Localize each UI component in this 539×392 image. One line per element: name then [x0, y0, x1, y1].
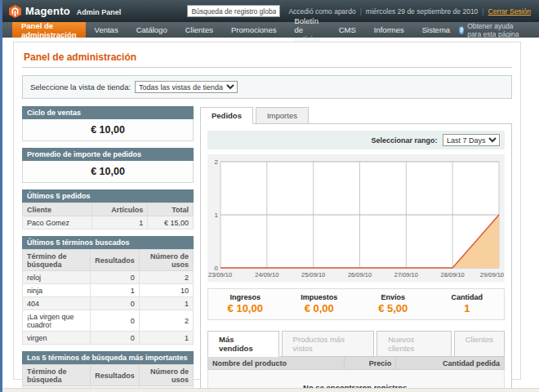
- window-edge: [2, 388, 539, 392]
- range-select[interactable]: Last 7 Days: [443, 134, 500, 146]
- table-row[interactable]: 40401: [23, 297, 194, 310]
- bottom-tab-4: Clientes: [454, 331, 505, 357]
- column-header: Precio: [345, 357, 396, 370]
- nav-item-7[interactable]: CMS: [330, 22, 365, 38]
- table-cell: 0: [91, 332, 140, 345]
- nav-item-5[interactable]: Promociones: [222, 22, 285, 38]
- column-header: Resultados: [91, 365, 140, 386]
- table-row[interactable]: ninja110: [23, 284, 194, 297]
- nav-item-9[interactable]: Sistema: [413, 22, 459, 38]
- help-label: Obtener ayuda para esta página: [467, 22, 528, 38]
- bottom-tabs: Más vendidosProductos más vistosNuevos c…: [207, 330, 505, 356]
- dashboard-panel: Seleccionar rango: Last 7 Days 01223/09/…: [200, 123, 512, 392]
- separator: |: [360, 7, 362, 16]
- range-label: Seleccionar rango:: [371, 136, 437, 145]
- logo-title: Magento: [25, 5, 70, 17]
- store-switcher-select[interactable]: Todas las vistas de tienda: [135, 81, 238, 93]
- nav-item-1[interactable]: Panel de administración: [12, 22, 86, 38]
- average-orders-box: Promedio de importe de pedidos € 10,00: [22, 148, 194, 183]
- stat-value: € 10,00: [208, 302, 283, 314]
- nav-item-2[interactable]: Ventas: [86, 22, 127, 38]
- app-header: Magento Admin Panel Accedió como apardo …: [2, 0, 539, 22]
- lifetime-sales-box: Ciclo de ventas € 10,00: [22, 106, 194, 141]
- svg-text:29/09/10: 29/09/10: [480, 271, 504, 278]
- current-date: miércoles 29 de septiembre de 2010: [366, 7, 479, 16]
- column-header: Cliente: [23, 203, 92, 216]
- column-header: Número de usos: [139, 250, 193, 271]
- top-search-terms-box: Los 5 términos de búsqueda más important…: [22, 351, 194, 392]
- nav-item-4[interactable]: Clientes: [176, 22, 222, 38]
- bottom-tab-1[interactable]: Más vendidos: [207, 331, 279, 357]
- title-divider: [22, 67, 512, 68]
- magento-logo: Magento Admin Panel: [9, 5, 121, 18]
- stat-label: Envíos: [356, 293, 430, 301]
- stat-3: Envíos€ 5,00: [356, 293, 430, 314]
- column-header: Resultados: [91, 250, 140, 271]
- column-header: Término de búsqueda: [23, 365, 91, 386]
- table-row[interactable]: virgen01: [23, 332, 194, 345]
- separator: |: [482, 7, 483, 16]
- table-cell: 404: [23, 297, 91, 310]
- orders-chart-container: 01223/09/1024/09/1025/09/1026/09/1027/09…: [207, 154, 505, 282]
- nav-items: Panel de administraciónVentasCatálogoCli…: [12, 22, 459, 38]
- stat-1: Ingresos€ 10,00: [208, 293, 283, 314]
- table-cell: 2: [139, 310, 193, 332]
- table-cell: 0: [91, 271, 140, 284]
- nav-item-3[interactable]: Catálogo: [127, 22, 176, 38]
- average-orders-title: Promedio de importe de pedidos: [22, 148, 194, 161]
- help-link[interactable]: ? Obtener ayuda para esta página: [459, 22, 539, 38]
- svg-text:2: 2: [215, 158, 219, 166]
- orders-chart: 01223/09/1024/09/1025/09/1026/09/1027/09…: [207, 156, 505, 280]
- stat-label: Cantidad: [430, 293, 505, 301]
- stat-label: Ingresos: [208, 293, 283, 301]
- table-cell: ¡La virgen que cuadro!: [23, 310, 91, 332]
- average-orders-value: € 10,00: [22, 161, 194, 183]
- store-switcher-label: Seleccione la vista de tienda:: [30, 82, 131, 91]
- table-row[interactable]: ¡La virgen que cuadro!02: [23, 310, 194, 332]
- help-icon: ?: [459, 26, 464, 34]
- column-header: Artículos: [92, 203, 148, 216]
- table-cell: 1: [91, 284, 140, 297]
- last-orders-table: ClienteArtículosTotalPaco Gomez1€ 15,00: [22, 203, 194, 229]
- column-header: Nombre del producto: [208, 357, 345, 370]
- chart-tab-2[interactable]: Importes: [256, 107, 309, 124]
- table-cell: virgen: [23, 332, 91, 345]
- svg-text:28/09/10: 28/09/10: [441, 271, 465, 278]
- svg-text:23/09/10: 23/09/10: [208, 271, 232, 278]
- magento-logo-icon: [9, 5, 21, 18]
- last-orders-box: Últimos 5 pedidos ClienteArtículosTotalP…: [22, 189, 194, 229]
- svg-text:27/09/10: 27/09/10: [394, 271, 418, 278]
- table-cell: 0: [91, 310, 140, 332]
- stat-value: € 5,00: [356, 302, 430, 314]
- dashboard-right-column: PedidosImportes Seleccionar rango: Last …: [200, 106, 512, 392]
- stat-4: Cantidad1: [430, 293, 505, 314]
- column-header: Cantidad pedida: [396, 357, 505, 370]
- last-search-terms-table: Término de búsquedaResultadosNúmero de u…: [22, 249, 194, 345]
- table-cell: reloj: [23, 271, 91, 284]
- bottom-tab-2: Productos más vistos: [282, 331, 375, 357]
- bestsellers-table: Nombre del productoPrecioCantidad pedida…: [207, 356, 505, 392]
- chart-tab-1[interactable]: Pedidos: [200, 107, 253, 124]
- table-row[interactable]: reloj02: [23, 271, 194, 284]
- lifetime-sales-value: € 10,00: [22, 119, 194, 141]
- last-search-terms-box: Últimos 5 términos buscados Término de b…: [22, 236, 194, 345]
- table-cell: € 15,00: [148, 216, 194, 229]
- table-cell: 1: [139, 332, 193, 345]
- svg-text:24/09/10: 24/09/10: [255, 271, 278, 278]
- table-row[interactable]: Paco Gomez1€ 15,00: [23, 216, 194, 229]
- nav-item-8[interactable]: Informes: [365, 22, 413, 38]
- svg-text:1: 1: [215, 212, 219, 219]
- stat-value: 1: [430, 302, 505, 314]
- stat-label: Impuestos: [283, 293, 357, 301]
- column-header: Número de usos: [139, 365, 193, 386]
- logout-link[interactable]: Cerrar Sesión: [488, 7, 531, 16]
- chart-tabs: PedidosImportes: [200, 106, 512, 123]
- svg-text:26/09/10: 26/09/10: [348, 271, 372, 278]
- global-search-input[interactable]: [187, 5, 280, 17]
- last-search-terms-title: Últimos 5 términos buscados: [22, 236, 194, 249]
- nav-item-6[interactable]: Boletín de noticias: [285, 22, 329, 38]
- table-cell: 0: [91, 297, 140, 310]
- table-cell: Paco Gomez: [23, 216, 92, 229]
- bottom-tab-3: Nuevos clientes: [376, 331, 452, 357]
- table-cell: ninja: [23, 284, 91, 297]
